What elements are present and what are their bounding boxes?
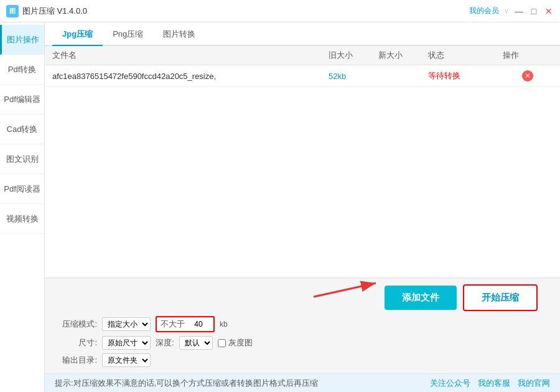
- grayscale-label[interactable]: 灰度图: [218, 337, 253, 348]
- col-newsize: 新大小: [378, 50, 428, 61]
- grayscale-text: 灰度图: [228, 337, 253, 348]
- dimension-select[interactable]: 原始尺寸 自定义: [102, 336, 151, 350]
- official-account-link[interactable]: 关注公众号: [430, 378, 470, 389]
- minimize-button[interactable]: —: [514, 6, 524, 16]
- output-dir-row: 输出目录: 原文件夹 自定义: [60, 353, 550, 367]
- sidebar-item-video-convert[interactable]: 视频转换: [0, 204, 44, 234]
- status-cell: 等待转换: [428, 70, 503, 82]
- grayscale-checkbox[interactable]: [218, 339, 226, 347]
- sidebar: 图片操作 Pdf转换 Pdf编辑器 Cad转换 图文识别 Pdf阅读器 视频转换: [0, 22, 45, 392]
- action-cell: ✕: [503, 70, 553, 82]
- start-compress-button[interactable]: 开始压缩: [463, 284, 538, 311]
- compress-mode-label: 压缩模式:: [60, 319, 97, 330]
- tab-jpg[interactable]: Jpg压缩: [52, 24, 103, 46]
- depth-label: 深度:: [156, 337, 174, 348]
- app-title: 图片压缩 V1.4.0.0: [22, 6, 87, 17]
- official-site-link[interactable]: 我的官网: [518, 378, 550, 389]
- title-bar: 图 图片压缩 V1.4.0.0 我的会员 ∨ — □ ✕: [0, 0, 560, 22]
- main-container: 图片操作 Pdf转换 Pdf编辑器 Cad转换 图文识别 Pdf阅读器 视频转换…: [0, 22, 560, 392]
- delete-button[interactable]: ✕: [522, 70, 533, 82]
- add-file-button[interactable]: 添加文件: [385, 286, 457, 310]
- status-hint: 提示:对压缩效果不满意的话,可以换个方式压缩或者转换图片格式后再压缩: [55, 378, 318, 389]
- tab-convert[interactable]: 图片转换: [153, 24, 205, 46]
- output-dir-select[interactable]: 原文件夹 自定义: [102, 353, 151, 367]
- size-input-container: 不大于: [156, 316, 215, 332]
- compress-mode-select[interactable]: 指定大小 指定质量: [102, 317, 151, 331]
- sidebar-item-ocr[interactable]: 图文识别: [0, 144, 44, 174]
- member-dropdown-icon[interactable]: ∨: [504, 7, 509, 15]
- status-bar: 提示:对压缩效果不满意的话,可以换个方式压缩或者转换图片格式后再压缩 关注公众号…: [45, 373, 560, 392]
- sidebar-item-cad-convert[interactable]: Cad转换: [0, 114, 44, 144]
- table-row: afc1ea8376515472fe590fccd42a20c5_resize,…: [45, 65, 560, 87]
- member-button[interactable]: 我的会员: [469, 6, 499, 16]
- tab-png[interactable]: Png压缩: [103, 24, 153, 46]
- sidebar-item-pdf-convert[interactable]: Pdf转换: [0, 55, 44, 85]
- col-action: 操作: [503, 50, 553, 61]
- tab-bar: Jpg压缩 Png压缩 图片转换: [45, 22, 560, 46]
- app-icon: 图: [6, 5, 19, 17]
- col-oldsize: 旧大小: [329, 50, 378, 61]
- not-exceed-label: 不大于: [161, 319, 185, 330]
- output-dir-label: 输出目录:: [60, 355, 97, 366]
- content-area: Jpg压缩 Png压缩 图片转换 文件名 旧大小 新大小 状态 操作 afc1e…: [45, 22, 560, 392]
- bottom-area: 添加文件 开始压缩 压缩模式: 指定大小 指定质量 不大于 kb: [45, 278, 560, 373]
- file-name-cell: afc1ea8376515472fe590fccd42a20c5_resize,: [52, 72, 329, 81]
- table-header: 文件名 旧大小 新大小 状态 操作: [45, 46, 560, 65]
- col-filename: 文件名: [52, 50, 329, 61]
- status-links: 关注公众号 我的客服 我的官网: [430, 378, 550, 389]
- col-status: 状态: [428, 50, 503, 61]
- maximize-button[interactable]: □: [529, 6, 539, 16]
- sidebar-item-img-ops[interactable]: 图片操作: [0, 25, 44, 55]
- close-button[interactable]: ✕: [544, 6, 554, 16]
- customer-service-link[interactable]: 我的客服: [478, 378, 510, 389]
- old-size-cell: 52kb: [329, 72, 378, 81]
- dimension-row: 尺寸: 原始尺寸 自定义 深度: 默认 低 中 高 灰度图: [60, 336, 550, 350]
- sidebar-item-pdf-reader[interactable]: Pdf阅读器: [0, 174, 44, 204]
- svg-line-1: [314, 283, 376, 297]
- compress-mode-row: 压缩模式: 指定大小 指定质量 不大于 kb: [60, 316, 550, 332]
- sidebar-item-pdf-editor[interactable]: Pdf编辑器: [0, 85, 44, 114]
- file-table: 文件名 旧大小 新大小 状态 操作 afc1ea8376515472fe590f…: [45, 46, 560, 278]
- depth-select[interactable]: 默认 低 中 高: [179, 336, 213, 350]
- size-value-input[interactable]: [187, 320, 210, 329]
- arrow-icon: [314, 278, 388, 303]
- dimension-label: 尺寸:: [60, 337, 97, 348]
- kb-unit-label: kb: [220, 320, 228, 329]
- options-panel: 压缩模式: 指定大小 指定质量 不大于 kb 尺寸: 原始尺寸: [55, 316, 550, 367]
